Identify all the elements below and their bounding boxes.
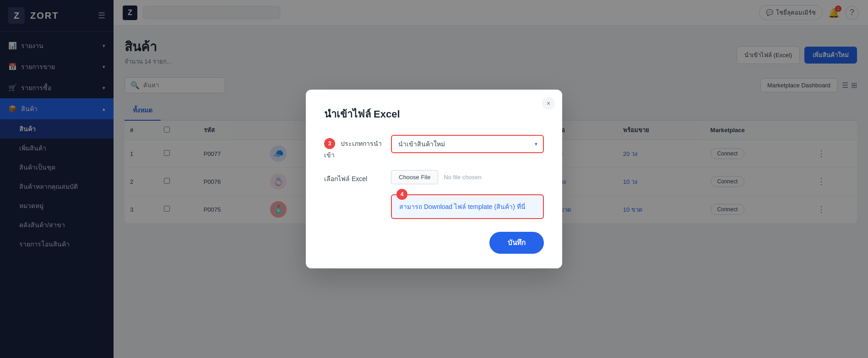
- import-type-row: 3 ประเภทการนำเข้า นำเข้าสินค้าใหม่ อัปเด…: [324, 135, 544, 160]
- modal-title: นำเข้าไฟล์ Excel: [324, 106, 544, 122]
- step4-area: 4: [396, 190, 411, 201]
- file-input-wrap: Choose File No file chosen: [391, 170, 544, 184]
- template-row: 4 สามารถ Download ไฟล์ template (สินค้า)…: [324, 194, 544, 219]
- no-file-text: No file chosen: [444, 174, 481, 181]
- template-download-link[interactable]: สามารถ Download ไฟล์ template (สินค้า) ท…: [399, 203, 526, 210]
- import-type-label: 3 ประเภทการนำเข้า: [324, 135, 384, 160]
- template-field: 4 สามารถ Download ไฟล์ template (สินค้า)…: [391, 194, 544, 219]
- import-type-field: นำเข้าสินค้าใหม่ อัปเดตสินค้าเดิม ▾: [391, 135, 544, 153]
- choose-file-button[interactable]: Choose File: [391, 170, 438, 184]
- step3-badge: 3: [324, 138, 335, 149]
- excel-import-modal: × นำเข้าไฟล์ Excel 3 ประเภทการนำเข้า นำเ…: [306, 90, 562, 268]
- save-button[interactable]: บันทึก: [489, 232, 544, 254]
- template-label-spacer: [324, 194, 384, 219]
- file-field: Choose File No file chosen: [391, 170, 544, 184]
- step4-badge: 4: [396, 189, 407, 200]
- file-chooser-row: เลือกไฟล์ Excel Choose File No file chos…: [324, 170, 544, 184]
- import-type-select[interactable]: นำเข้าสินค้าใหม่ อัปเดตสินค้าเดิม: [392, 136, 543, 152]
- import-type-select-wrapper: นำเข้าสินค้าใหม่ อัปเดตสินค้าเดิม ▾: [391, 135, 544, 153]
- modal-footer: บันทึก: [324, 232, 544, 254]
- modal-close-button[interactable]: ×: [542, 97, 555, 110]
- modal-overlay[interactable]: × นำเข้าไฟล์ Excel 3 ประเภทการนำเข้า นำเ…: [0, 0, 868, 358]
- template-box: 4 สามารถ Download ไฟล์ template (สินค้า)…: [391, 194, 544, 219]
- file-label: เลือกไฟล์ Excel: [324, 170, 384, 184]
